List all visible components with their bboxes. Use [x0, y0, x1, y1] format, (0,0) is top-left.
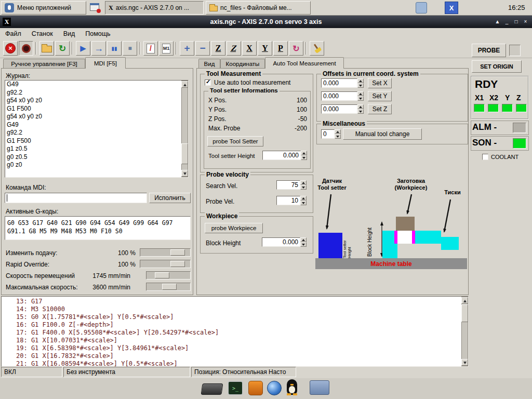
- titlebar[interactable]: X axis.ngc - AXIS 2.7.0 on servo 3 axis …: [0, 16, 532, 28]
- spin-up-icon[interactable]: [300, 180, 307, 185]
- block-height-input[interactable]: 0.000: [262, 237, 300, 247]
- spin-down-icon[interactable]: [357, 109, 364, 114]
- stop-program-button[interactable]: ■: [123, 41, 137, 56]
- menu-view[interactable]: Вид: [63, 30, 75, 37]
- optional-stop-button[interactable]: M1: [159, 41, 174, 56]
- history-line[interactable]: g1 z0.5: [5, 145, 188, 153]
- spin-up-icon[interactable]: [357, 91, 364, 96]
- scroll-up-icon[interactable]: [181, 81, 188, 88]
- offset-z-input[interactable]: 0.000: [321, 104, 357, 114]
- gcode-line[interactable]: 19: G1 X[6.58398*#<scale>] Y[3.84961*#<s…: [16, 344, 468, 352]
- tool-number-input[interactable]: 0: [321, 129, 335, 139]
- gcode-line[interactable]: 17: G1 F400.0 X[5.95508*#<scale>] Y[20.5…: [16, 329, 468, 337]
- menu-help[interactable]: Помощь: [85, 30, 110, 37]
- gcode-line[interactable]: 14: M3 S10000: [16, 305, 468, 313]
- zoom-in-button[interactable]: +: [180, 41, 194, 56]
- reload-file-button[interactable]: ↻: [55, 41, 70, 56]
- probe-button[interactable]: PROBE: [472, 44, 506, 57]
- max-velocity-slider[interactable]: [146, 283, 191, 291]
- coolant-checkbox[interactable]: [482, 154, 488, 160]
- probe-workpiece-button[interactable]: probe Workpiece: [205, 223, 263, 233]
- spin-up-icon[interactable]: [300, 237, 307, 242]
- gcode-line[interactable]: 20: G1 X[16.7832*#<scale>]: [16, 352, 468, 360]
- step-program-button[interactable]: →: [91, 41, 106, 56]
- spin-down-icon[interactable]: [300, 185, 307, 190]
- launcher-icon[interactable]: [89, 3, 101, 13]
- block-height-spinner[interactable]: [300, 237, 307, 247]
- set-origin-button[interactable]: SET ORIGIN: [472, 60, 522, 73]
- probe-vel-input[interactable]: 10: [276, 196, 300, 205]
- mdi-command-input[interactable]: [5, 193, 147, 203]
- offset-z-spinner[interactable]: [357, 104, 364, 114]
- history-line[interactable]: G49: [5, 81, 188, 89]
- clock[interactable]: 16:25: [508, 4, 525, 11]
- shade-window-icon[interactable]: ▲: [493, 18, 502, 26]
- history-scrollbar[interactable]: [181, 81, 188, 177]
- scrollbar-thumb[interactable]: [181, 143, 188, 164]
- tray-device-icon[interactable]: [416, 2, 427, 14]
- tool-setter-height-spinner[interactable]: [301, 151, 307, 160]
- taskbar-window-axis[interactable]: X axis.ngc - AXIS 2.7.0 on ...: [105, 1, 204, 15]
- jog-speed-slider[interactable]: [146, 271, 191, 280]
- mdi-history-list[interactable]: G49 g92.2 g54 x0 y0 z0 G1 F500 g54 x0 y0…: [5, 80, 189, 178]
- history-line[interactable]: g92.2: [5, 129, 188, 137]
- dock-tux-icon[interactable]: [286, 379, 298, 395]
- tool-setter-height-input[interactable]: 0.000: [262, 151, 301, 160]
- spin-up-icon[interactable]: [300, 196, 307, 201]
- view-perspective-button[interactable]: P: [273, 41, 288, 56]
- gcode-line[interactable]: 16: G1 F100.0 Z[-#<depth>]: [16, 321, 468, 329]
- history-line[interactable]: G1 F500: [5, 137, 188, 145]
- clear-plot-button[interactable]: [310, 41, 324, 56]
- set-y-button[interactable]: Set Y: [368, 91, 392, 101]
- menu-machine[interactable]: Станок: [32, 30, 53, 37]
- offset-y-spinner[interactable]: [357, 91, 364, 101]
- search-vel-spinner[interactable]: [300, 180, 307, 190]
- probe-vel-spinner[interactable]: [300, 196, 307, 205]
- spin-down-icon[interactable]: [300, 201, 307, 205]
- dock-browser-icon[interactable]: [267, 381, 282, 395]
- menu-file[interactable]: Файл: [5, 30, 21, 37]
- spin-up-icon[interactable]: [357, 104, 364, 109]
- feed-override-slider[interactable]: [140, 248, 191, 257]
- tab-manual-control[interactable]: Ручное управление [F3]: [3, 59, 85, 69]
- gcode-scrollbar[interactable]: [461, 297, 468, 366]
- dock-terminal-icon[interactable]: >_: [228, 381, 243, 395]
- rotate-view-button[interactable]: ↻: [289, 41, 303, 56]
- set-x-button[interactable]: Set X: [368, 78, 392, 88]
- offset-y-input[interactable]: 0.000: [321, 91, 357, 101]
- offset-x-spinner[interactable]: [357, 78, 364, 88]
- manual-tool-change-button[interactable]: Manual tool change: [343, 128, 422, 140]
- history-line[interactable]: g0 z0: [5, 161, 188, 169]
- dock-monitor-icon[interactable]: [201, 383, 223, 395]
- mdi-execute-button[interactable]: Исполнить: [149, 193, 191, 203]
- close-window-icon[interactable]: ×: [521, 18, 530, 26]
- maximize-window-icon[interactable]: □: [512, 18, 521, 26]
- spin-down-icon[interactable]: [357, 83, 364, 88]
- spin-down-icon[interactable]: [335, 134, 341, 139]
- slider-thumb[interactable]: [170, 261, 185, 267]
- slider-thumb[interactable]: [170, 249, 185, 256]
- spin-up-icon[interactable]: [301, 151, 307, 155]
- slider-thumb[interactable]: [155, 272, 169, 278]
- dock-files-icon[interactable]: [310, 380, 329, 395]
- spin-down-icon[interactable]: [357, 96, 364, 101]
- history-line[interactable]: g54 x0 y0 z0: [5, 113, 188, 121]
- gcode-line[interactable]: 15: G0 X[1.75781*#<scale>] Y[0.5*#<scale…: [16, 313, 468, 321]
- estop-button[interactable]: ×: [3, 41, 18, 56]
- open-file-button[interactable]: [39, 41, 54, 56]
- scroll-down-icon[interactable]: [461, 359, 468, 366]
- tool-number-spinner[interactable]: [335, 129, 341, 139]
- tab-mdi[interactable]: MDI [F5]: [85, 57, 126, 69]
- rapid-override-slider[interactable]: [140, 260, 191, 268]
- run-program-button[interactable]: ▶: [76, 41, 90, 56]
- spin-down-icon[interactable]: [301, 155, 307, 160]
- view-y-button[interactable]: Y: [258, 41, 272, 56]
- history-line[interactable]: G49: [5, 121, 188, 129]
- scrollbar-thumb[interactable]: [461, 304, 468, 322]
- set-z-button[interactable]: Set Z: [368, 104, 392, 114]
- tab-preview[interactable]: Вид: [198, 59, 220, 69]
- spin-up-icon[interactable]: [357, 78, 364, 83]
- view-x-button[interactable]: X: [242, 41, 257, 56]
- view-z-rotated-button[interactable]: Z: [227, 41, 241, 56]
- history-line[interactable]: G1 F500: [5, 105, 188, 113]
